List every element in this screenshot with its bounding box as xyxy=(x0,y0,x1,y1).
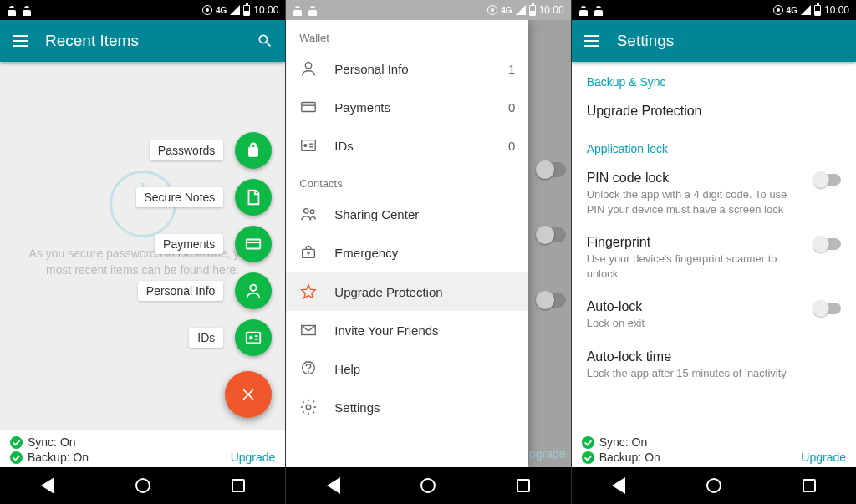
star-icon xyxy=(299,283,318,301)
screen-recent-items: 4G 10:00 Recent Items As you secure pass… xyxy=(0,0,285,504)
signal-icon xyxy=(516,5,526,15)
drawer-item-emergency[interactable]: Emergency xyxy=(286,233,528,272)
recent-icon[interactable] xyxy=(517,479,530,492)
setting-title: PIN code lock xyxy=(587,171,804,186)
drawer-item-invite[interactable]: Invite Your Friends xyxy=(286,311,528,349)
network-label: 4G xyxy=(787,6,797,15)
svg-point-23 xyxy=(308,371,309,372)
fab-item-ids[interactable]: IDs xyxy=(189,319,272,356)
toggle-switch[interactable] xyxy=(814,303,841,314)
briefcase-icon xyxy=(299,243,318,262)
back-icon[interactable] xyxy=(327,477,340,494)
lock-icon xyxy=(235,132,272,169)
toggle-switch[interactable] xyxy=(814,174,841,186)
home-icon[interactable] xyxy=(135,478,150,493)
card-icon xyxy=(299,98,318,116)
sync-footer: Sync: On Backup: On Upgrade xyxy=(572,430,856,467)
status-bar: 4G 10:00 xyxy=(286,0,570,20)
toggle-switch[interactable] xyxy=(814,238,841,250)
sync-label: Sync: On xyxy=(28,435,76,449)
check-icon xyxy=(582,436,594,449)
svg-point-4 xyxy=(250,336,253,339)
svg-point-24 xyxy=(307,405,312,410)
fab-label: Personal Info xyxy=(138,281,224,301)
upgrade-link[interactable]: Upgrade xyxy=(231,451,276,464)
fab-item-passwords[interactable]: Passwords xyxy=(150,132,272,169)
drawer-item-payments[interactable]: Payments 0 xyxy=(286,88,528,126)
setting-title: Auto-lock xyxy=(587,299,804,314)
setting-upgrade-protection[interactable]: Upgrade Protection xyxy=(572,95,856,129)
setting-autolock[interactable]: Auto-lock Lock on exit xyxy=(572,291,856,341)
back-icon[interactable] xyxy=(41,477,54,494)
drawer-item-ids[interactable]: IDs 0 xyxy=(286,126,528,165)
clock-label: 10:00 xyxy=(539,4,564,16)
drawer-count: 1 xyxy=(508,62,515,76)
drawer-item-upgrade-protection[interactable]: Upgrade Protection xyxy=(286,272,528,311)
sync-label: Sync: On xyxy=(599,435,648,449)
fab-label: Payments xyxy=(155,234,223,254)
svg-point-17 xyxy=(311,210,315,214)
drawer-label: Help xyxy=(334,362,515,376)
network-label: 4G xyxy=(216,6,227,15)
battery-icon xyxy=(814,5,821,16)
hotspot-icon xyxy=(773,5,783,15)
menu-icon[interactable] xyxy=(12,33,28,49)
search-icon[interactable] xyxy=(257,33,273,49)
app-bar: Recent Items xyxy=(0,20,285,62)
drawer-item-personal-info[interactable]: Personal Info 1 xyxy=(286,49,528,88)
section-header-wallet: Wallet xyxy=(286,20,528,49)
status-bar: 4G 10:00 xyxy=(572,0,856,20)
back-icon[interactable] xyxy=(612,477,625,494)
content-area: Upgrade Wallet Personal Info 1 Payments … xyxy=(286,20,570,467)
svg-rect-3 xyxy=(247,333,261,344)
setting-title: Fingerprint xyxy=(587,235,804,250)
drawer-item-settings[interactable]: Settings xyxy=(286,388,528,426)
app-bar: Settings xyxy=(572,20,856,62)
section-header-backup: Backup & Sync xyxy=(572,62,856,95)
fab-label: Secure Notes xyxy=(136,187,224,207)
drawer-item-sharing[interactable]: Sharing Center xyxy=(286,195,528,233)
setting-fingerprint[interactable]: Fingerprint Use your device's fingerprin… xyxy=(572,227,856,291)
setting-pin-lock[interactable]: PIN code lock Unlock the app with a 4 di… xyxy=(572,162,856,227)
hotspot-icon xyxy=(202,5,212,15)
screen-drawer: 4G 10:00 Upgrade Wallet Personal Info 1 … xyxy=(285,0,570,504)
hotspot-icon xyxy=(487,5,497,15)
fab-item-notes[interactable]: Secure Notes xyxy=(136,179,273,216)
battery-icon xyxy=(529,5,536,16)
screen-settings: 4G 10:00 Settings Backup & Sync Upgrade … xyxy=(571,0,856,504)
fab-item-payments[interactable]: Payments xyxy=(155,226,272,262)
recent-icon[interactable] xyxy=(802,479,816,492)
note-icon xyxy=(235,179,272,216)
drawer-count: 0 xyxy=(508,100,515,115)
fab-item-personal[interactable]: Personal Info xyxy=(138,272,273,309)
svg-rect-0 xyxy=(247,240,261,249)
nav-bar xyxy=(0,467,285,504)
fab-close-button[interactable] xyxy=(225,371,272,418)
home-icon[interactable] xyxy=(420,478,436,493)
envelope-icon xyxy=(299,321,318,339)
nav-bar xyxy=(286,467,570,504)
network-label: 4G xyxy=(501,6,512,15)
help-icon xyxy=(299,359,318,378)
recent-icon[interactable] xyxy=(232,479,245,492)
drawer-label: Sharing Center xyxy=(334,207,515,221)
drawer-item-help[interactable]: Help xyxy=(286,349,528,388)
section-header-applock: Application lock xyxy=(572,129,856,162)
section-header-contacts: Contacts xyxy=(286,165,528,195)
signal-icon xyxy=(230,5,240,15)
background-toggle xyxy=(538,293,566,308)
home-icon[interactable] xyxy=(706,478,721,493)
menu-icon[interactable] xyxy=(583,33,600,49)
upgrade-link[interactable]: Upgrade xyxy=(801,451,846,464)
drawer-scrim[interactable]: Upgrade xyxy=(528,20,570,467)
android-icon xyxy=(594,4,604,16)
android-icon xyxy=(22,4,32,16)
setting-autolock-time[interactable]: Auto-lock time Lock the app after 15 min… xyxy=(572,341,856,391)
settings-list: Backup & Sync Upgrade Protection Applica… xyxy=(572,62,856,430)
page-title: Settings xyxy=(617,32,844,50)
android-icon xyxy=(7,4,17,16)
nav-bar xyxy=(572,467,856,504)
person-icon xyxy=(235,272,272,309)
battery-icon xyxy=(243,5,250,16)
drawer-count: 0 xyxy=(508,139,515,153)
